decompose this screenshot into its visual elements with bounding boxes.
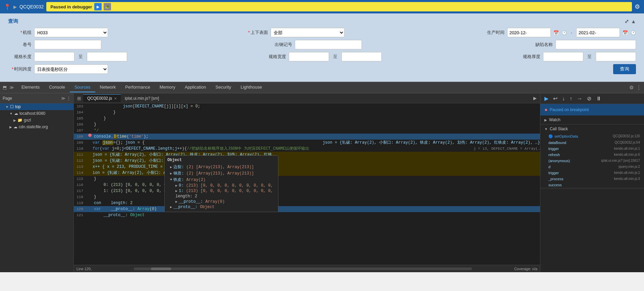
step-over-btn[interactable]: ↩ bbox=[552, 95, 559, 102]
spec-thickness-end[interactable] bbox=[596, 52, 636, 61]
prod-time-start[interactable] bbox=[507, 28, 551, 37]
fn-name: _process bbox=[548, 177, 564, 181]
tooltip-item-proto-obj[interactable]: ▶ __proto__: Object bbox=[167, 204, 275, 210]
tooltip-item-bianlei[interactable]: ▶ 边裂: (2) [Array(213), Array(213)] bbox=[167, 164, 275, 170]
line-number: 117 bbox=[74, 188, 87, 194]
tab-application[interactable]: Application bbox=[180, 83, 211, 92]
steel-col: 出钢记号 bbox=[269, 40, 362, 49]
pause-button[interactable]: 🐢 bbox=[104, 3, 111, 10]
tab-elements[interactable]: Elements bbox=[17, 83, 44, 92]
pause-on-exception-btn[interactable]: ⏸ bbox=[595, 95, 603, 102]
coil-input[interactable] bbox=[34, 40, 101, 49]
tab-memory[interactable]: Memory bbox=[155, 83, 180, 92]
tab-security[interactable]: Security bbox=[211, 83, 236, 92]
settings-icon[interactable]: ⚙ bbox=[635, 3, 640, 10]
callstack-item-3[interactable]: refresh kendo.all.min.js:6 bbox=[540, 152, 644, 158]
tab-sources[interactable]: Sources bbox=[70, 83, 95, 92]
surface-select[interactable]: 全部 bbox=[271, 28, 344, 37]
resume-debug-btn[interactable]: ▶ bbox=[543, 95, 550, 102]
time-span-select[interactable]: 日表按毫秒区分 bbox=[34, 64, 108, 74]
callstack-item-6[interactable]: trigger kendo.all.min.js:1 bbox=[540, 170, 644, 176]
tooltip-tree[interactable]: ▶ 边裂: (2) [Array(213), Array(213)] ▶ 钢质:… bbox=[167, 164, 275, 210]
watch-header[interactable]: ▶ Watch bbox=[540, 115, 644, 124]
prod-time-label: 生产时间 bbox=[481, 30, 504, 36]
spec-width-start[interactable] bbox=[289, 52, 329, 61]
callstack-item-2[interactable]: trigger kendo.all.min.js:1 bbox=[540, 146, 644, 152]
callstack-label: Call Stack bbox=[550, 127, 568, 131]
callstack-item-7[interactable]: _process kendo.all.min.js:3 bbox=[540, 176, 644, 182]
tab-lighthouse[interactable]: Lighthouse bbox=[236, 83, 267, 92]
callstack-item-5[interactable]: d jquery.min.js:2 bbox=[540, 164, 644, 170]
callstack-item-1[interactable]: dataBound QCQE0032.js:54 bbox=[540, 140, 644, 146]
code-line-115: 115 } bbox=[74, 176, 540, 182]
query-button[interactable]: 查询 bbox=[613, 64, 636, 74]
callstack-header[interactable]: ▼ Call Stack bbox=[540, 125, 644, 133]
close-icon[interactable]: ✕ bbox=[114, 97, 117, 100]
line-content: __proto__: Object bbox=[93, 212, 540, 218]
callstack-section: ▼ Call Stack 🔵setOptionData QCQE0032.js:… bbox=[540, 125, 644, 188]
spec-thickness-start[interactable] bbox=[543, 52, 583, 61]
sidebar-item-top[interactable]: ▼ ☐ top bbox=[0, 103, 73, 110]
fn-name: setOptionData bbox=[554, 134, 578, 138]
defect-input[interactable] bbox=[555, 40, 636, 49]
item-val: (213) [0, 0, 0, 0, 0, 0, 0, 0, 0, 0, bbox=[186, 189, 273, 193]
sidebar-more-icon[interactable]: ⋮ bbox=[67, 96, 71, 101]
step-out-btn[interactable]: ↑ bbox=[568, 95, 574, 102]
line-bp[interactable] bbox=[87, 134, 93, 137]
source-tab-iplat[interactable]: iplat.ui.min.js? [sm] bbox=[121, 95, 163, 102]
tab-performance[interactable]: Performance bbox=[120, 83, 155, 92]
top-bar: 📍 ▶ QCQE0032 Paused in debugger ▶ 🐢 ⚙ bbox=[0, 0, 644, 13]
file-ref: kendo.all.min.js:1 bbox=[614, 147, 640, 151]
sidebar-item-cdn[interactable]: ▶ ☁ cdn.staticfile.org bbox=[0, 124, 73, 130]
more-icon[interactable]: ⋮ bbox=[636, 85, 641, 91]
spec-length-end[interactable] bbox=[87, 52, 127, 61]
step-into-btn[interactable]: ↓ bbox=[561, 95, 566, 102]
expand-arrow: ▶ bbox=[175, 189, 177, 193]
format-icon[interactable]: ▶ bbox=[531, 96, 539, 101]
tooltip-item-tiepi[interactable]: ▼ 铁皮: Array(2) bbox=[167, 177, 275, 183]
fn-name: (anonymous) bbox=[548, 159, 570, 163]
expand-panels-icon[interactable]: ≫ bbox=[9, 85, 14, 90]
settings-icon[interactable]: ⚙ bbox=[629, 85, 634, 91]
callstack-item-4[interactable]: (anonymous) iplat.ui.min.js? [sm]:15617 bbox=[540, 158, 644, 164]
query-row-4: 时间跨度 日表按毫秒区分 查询 bbox=[8, 64, 636, 74]
tooltip-item-tiepi-0[interactable]: ▶ 0: (213) [0, 0, 0, 0, 0, 0, 0, 0, 0, 0… bbox=[167, 183, 275, 188]
expand-icon[interactable]: ⤢ bbox=[625, 18, 629, 25]
source-panel: ⊞ QCQE0032.js ✕ iplat.ui.min.js? [sm] ▶ … bbox=[74, 93, 540, 272]
undock-icon[interactable]: ⬒ bbox=[3, 85, 7, 90]
code-line-104: 104 } bbox=[74, 109, 540, 115]
line-content: } bbox=[93, 194, 540, 200]
sidebar-item-gxzl[interactable]: ▶ 📁 gxzl bbox=[0, 117, 73, 124]
machine-select[interactable]: H033 bbox=[34, 28, 108, 37]
resume-button[interactable]: ▶ bbox=[94, 3, 102, 10]
sidebar-expand-icon[interactable]: ≫ bbox=[61, 96, 65, 101]
code-area[interactable]: 103 json[DEFECT_CNAME[j]][i][x] = 0; 104… bbox=[74, 103, 540, 265]
coil-label: 卷号 bbox=[8, 42, 32, 48]
callstack-item-8[interactable]: success bbox=[540, 182, 644, 188]
spec-length-start[interactable] bbox=[34, 52, 74, 61]
steel-input[interactable] bbox=[295, 40, 362, 49]
deactivate-breakpoints-btn[interactable]: ⊘ bbox=[586, 95, 593, 102]
code-line-117: 117 1: (213) [0, 0, 0, 0, 0, 0, 0, 0, 0,… bbox=[74, 188, 540, 194]
item-val: Array(0) bbox=[205, 199, 225, 204]
callstack-arrow-icon: ▼ bbox=[544, 127, 548, 131]
tooltip-item-gangzhi[interactable]: ▶ 钢质: (2) [Array(213), Array(213)] bbox=[167, 170, 275, 177]
sidebar-label-cdn: cdn.staticfile.org bbox=[19, 125, 48, 129]
file-ref: kendo.all.min.js:1 bbox=[614, 171, 640, 175]
callstack-item-0[interactable]: 🔵setOptionData QCQE0032.js:120 bbox=[540, 133, 644, 140]
collapse-icon[interactable]: ▲ bbox=[631, 18, 636, 25]
sidebar-item-localhost[interactable]: ▼ ☁ localhost:8080 bbox=[0, 110, 73, 117]
prod-time-end[interactable] bbox=[576, 28, 620, 37]
tooltip-item-tiepi-1[interactable]: ▶ 1: (213) [0, 0, 0, 0, 0, 0, 0, 0, 0, 0… bbox=[167, 188, 275, 194]
item-val: Object bbox=[200, 205, 214, 209]
tooltip-item-proto-arr[interactable]: ▶ __proto__: Array(0) bbox=[167, 199, 275, 204]
line-content: } bbox=[93, 115, 540, 122]
source-tab-qcqe[interactable]: QCQE0032.js ✕ bbox=[83, 94, 121, 102]
item-key: 边裂: bbox=[173, 164, 184, 170]
spec-width-end[interactable] bbox=[341, 52, 382, 61]
paused-breakpoint-label: Paused on breakpoint bbox=[550, 107, 589, 112]
file-ref: jquery.min.js:2 bbox=[619, 165, 640, 169]
tab-console[interactable]: Console bbox=[44, 83, 70, 92]
step-btn[interactable]: → bbox=[576, 95, 584, 102]
tab-network[interactable]: Network bbox=[95, 83, 121, 92]
